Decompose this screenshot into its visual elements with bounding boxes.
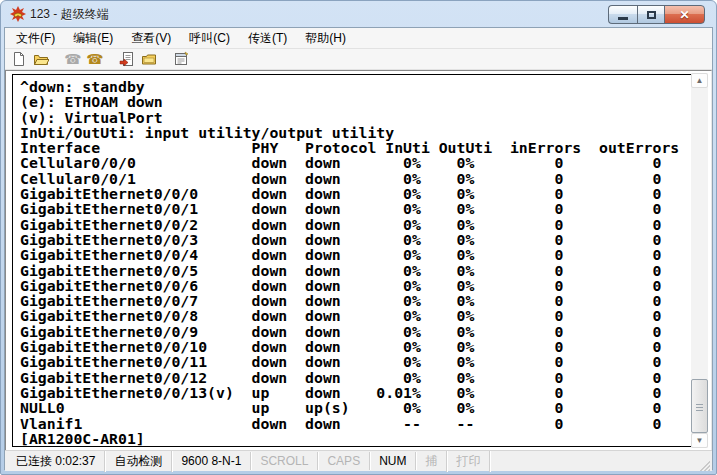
window-title: 123 - 超级终端 <box>30 6 109 23</box>
properties-button[interactable] <box>170 49 192 69</box>
connection-status: 已连接 0:02:37 <box>7 451 105 472</box>
app-frame: 文件(F) 编辑(E) 查看(V) 呼叫(C) 传送(T) 帮助(H) <box>4 27 713 470</box>
menu-bar: 文件(F) 编辑(E) 查看(V) 呼叫(C) 传送(T) 帮助(H) <box>5 28 712 49</box>
scroll-up-button[interactable]: ▲ <box>691 73 708 88</box>
close-button[interactable]: ✕ <box>664 5 705 24</box>
resize-grip-icon[interactable] <box>697 458 710 471</box>
menu-help[interactable]: 帮助(H) <box>296 27 355 50</box>
scroll-down-button[interactable]: ▼ <box>691 433 708 448</box>
baud-settings: 9600 8-N-1 <box>172 452 251 470</box>
call-phone-icon: ☎ <box>64 52 81 66</box>
scrollbar-track[interactable] <box>691 88 708 433</box>
new-file-icon <box>11 51 27 67</box>
receive-file-button[interactable] <box>138 49 160 69</box>
menu-call[interactable]: 呼叫(C) <box>180 27 239 50</box>
menu-file[interactable]: 文件(F) <box>7 27 64 50</box>
hyperterminal-window: 123 - 超级终端 ✕ 文件(F) 编辑(E) 查看(V) 呼叫(C) 传送(… <box>0 0 717 475</box>
scrollbar-thumb[interactable] <box>691 379 708 433</box>
close-icon: ✕ <box>679 9 689 21</box>
terminal-client-area: ^down: standby (e): ETHOAM down (v): Vir… <box>5 70 712 450</box>
open-connection-button[interactable] <box>30 49 52 69</box>
scroll-lock-indicator: SCROLL <box>251 452 318 470</box>
toolbar: ☎ ☎ <box>5 49 712 70</box>
status-bar: 已连接 0:02:37 自动检测 9600 8-N-1 SCROLL CAPS … <box>5 450 712 471</box>
menu-transfer[interactable]: 传送(T) <box>239 27 296 50</box>
open-folder-icon <box>33 51 49 67</box>
capture-indicator: 捕 <box>416 451 447 472</box>
vertical-scrollbar[interactable]: ▲ ▼ <box>691 73 708 448</box>
properties-icon <box>173 51 189 67</box>
new-connection-button[interactable] <box>8 49 30 69</box>
minimize-button[interactable] <box>608 5 637 24</box>
print-echo-indicator: 打印 <box>447 451 490 472</box>
emulation-mode: 自动检测 <box>105 451 172 472</box>
terminal-output[interactable]: ^down: standby (e): ETHOAM down (v): Vir… <box>12 74 696 447</box>
menu-edit[interactable]: 编辑(E) <box>64 27 122 50</box>
num-lock-indicator: NUM <box>370 452 416 470</box>
disconnect-phone-icon: ☎ <box>86 52 103 66</box>
title-bar[interactable]: 123 - 超级终端 ✕ <box>4 1 713 27</box>
receive-file-icon <box>141 51 157 67</box>
send-file-icon <box>119 51 135 67</box>
hyperterminal-phone-icon <box>10 6 26 22</box>
maximize-button[interactable] <box>637 5 665 24</box>
caps-lock-indicator: CAPS <box>318 452 370 470</box>
caption-buttons: ✕ <box>608 5 705 24</box>
menu-view[interactable]: 查看(V) <box>122 27 180 50</box>
disconnect-button[interactable]: ☎ <box>84 49 106 69</box>
maximize-icon <box>647 11 656 19</box>
send-file-button[interactable] <box>116 49 138 69</box>
minimize-icon <box>618 17 628 20</box>
call-button[interactable]: ☎ <box>62 49 84 69</box>
